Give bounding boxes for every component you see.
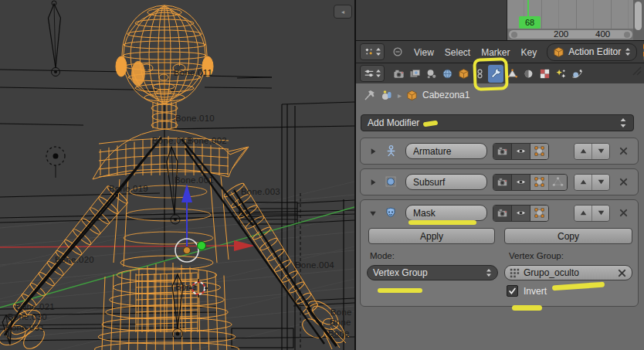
properties-tabs — [391, 65, 585, 83]
timeline-scrollbar-thumb[interactable]: 200400 — [509, 30, 632, 39]
edit-mode-toggle[interactable] — [530, 206, 548, 221]
mode-dropdown[interactable]: Vertex Group — [367, 265, 498, 280]
delete-modifier-button[interactable] — [617, 175, 630, 189]
particles-icon — [555, 68, 567, 80]
bone-label: Bone.013 — [152, 136, 192, 145]
modifier-display-toggles — [493, 205, 549, 222]
current-frame-badge: 68 — [519, 16, 541, 29]
viewport-visibility-toggle[interactable] — [512, 175, 530, 190]
delete-modifier-button[interactable] — [617, 144, 630, 158]
viewport-visibility-toggle[interactable] — [512, 206, 530, 221]
add-modifier-dropdown[interactable]: Add Modifier — [361, 114, 634, 131]
edit-cage-toggle[interactable] — [548, 175, 567, 190]
tab-object[interactable] — [456, 65, 471, 83]
move-up-button[interactable] — [575, 206, 592, 221]
move-down-button[interactable] — [592, 144, 609, 159]
tab-physics[interactable] — [569, 65, 585, 83]
tab-modifiers[interactable] — [488, 65, 503, 83]
action-cube-icon — [553, 46, 564, 58]
bone-label: Bone.011 — [174, 68, 212, 77]
modifier-display-toggles — [493, 174, 568, 191]
move-up-button[interactable] — [575, 144, 592, 159]
chevron-updown-icon — [619, 117, 627, 128]
timeline-vscrollbar-thumb[interactable] — [635, 2, 642, 30]
editor-type-selector-properties[interactable] — [360, 65, 385, 82]
pin-icon[interactable] — [364, 89, 376, 101]
expand-icon[interactable] — [367, 178, 379, 187]
tab-scene[interactable] — [423, 65, 439, 83]
menu-select[interactable]: Select — [445, 47, 470, 58]
modifier-panel-armature: Armature — [360, 138, 639, 165]
bone-label: Bone.030 — [8, 312, 47, 321]
delete-modifier-button[interactable] — [617, 206, 630, 219]
resize-grip[interactable] — [631, 65, 643, 77]
apply-button[interactable]: Apply — [368, 228, 495, 244]
ruler-label: 400 — [595, 29, 610, 39]
viewport-visibility-toggle[interactable] — [512, 144, 530, 159]
breadcrumb: ▸ Cabezona1 — [364, 89, 469, 101]
menu-marker[interactable]: Marker — [481, 47, 510, 58]
3d-viewport[interactable]: Bone.011Bone.010Bone.013Bone.002Bone.001… — [0, 0, 354, 350]
timeline-gridline — [558, 0, 559, 29]
bone-label: Bone — [330, 318, 351, 327]
editor-mode-dropdown[interactable]: Action Editor — [547, 43, 637, 61]
copy-button[interactable]: Copy — [504, 228, 632, 244]
tab-render[interactable] — [391, 65, 406, 83]
bone-label: Bone — [175, 282, 197, 291]
vertex-group-field[interactable]: Grupo_oculto — [504, 265, 632, 280]
vertex-group-value: Grupo_oculto — [524, 267, 579, 278]
tab-constraints[interactable] — [472, 65, 487, 83]
modifier-panel-mask: Mask Apply Copy Mode: Vertex — [360, 199, 639, 307]
timeline-gridline — [541, 0, 542, 29]
timeline-gridline — [611, 0, 612, 29]
timeline-vscrollbar[interactable] — [633, 0, 644, 40]
invert-checkbox[interactable] — [507, 285, 518, 297]
move-up-button[interactable] — [575, 175, 592, 190]
modifier-name-field[interactable]: Subsurf — [405, 174, 487, 190]
move-down-button[interactable] — [592, 206, 609, 221]
mode-value: Vertex Group — [373, 267, 428, 278]
tab-render-layers[interactable] — [407, 65, 422, 83]
collapse-menus-icon[interactable] — [392, 46, 403, 57]
annotation-line-mode — [378, 288, 422, 293]
render-toggle[interactable] — [493, 144, 512, 159]
edit-mode-toggle[interactable] — [530, 144, 548, 159]
tab-world[interactable] — [439, 65, 455, 83]
tab-material[interactable] — [520, 65, 536, 83]
timeline-grid[interactable]: 68 — [507, 0, 634, 29]
action-editor-header: ViewSelectMarkerKey Action Editor — [356, 41, 644, 63]
breadcrumb-arrow-icon: ▸ — [398, 91, 402, 100]
bone-label: Bone — [328, 328, 350, 338]
edit-mode-toggle[interactable] — [530, 175, 548, 190]
blender-window: Bone.011Bone.010Bone.013Bone.002Bone.001… — [0, 0, 644, 350]
editor-type-selector[interactable] — [360, 43, 385, 60]
viewport-panel-toggle[interactable]: ◂ — [334, 5, 352, 19]
annotation-line-invert-right — [552, 282, 605, 291]
timeline-scrollbar[interactable]: 200400 — [507, 29, 634, 40]
bone-label: Bone.003 — [241, 187, 280, 196]
modifiers-icon — [490, 67, 502, 80]
expand-icon[interactable] — [367, 147, 379, 156]
tab-particles[interactable] — [553, 65, 568, 83]
tab-texture[interactable] — [537, 65, 552, 83]
modifier-reorder — [574, 143, 610, 160]
bone-label: Bone.001 — [175, 175, 214, 185]
invert-label: Invert — [524, 286, 547, 297]
clear-icon[interactable] — [617, 268, 627, 278]
tab-object-data[interactable] — [504, 65, 520, 83]
move-down-button[interactable] — [592, 175, 609, 190]
dope-sheet-timeline[interactable]: 68 200400 — [356, 0, 644, 41]
vertex-group-icon — [510, 268, 520, 278]
bone-label: Bone — [330, 308, 352, 317]
chevron-updown-icon — [375, 69, 381, 78]
render-toggle[interactable] — [493, 206, 512, 221]
modifier-name-field[interactable]: Armature — [405, 143, 487, 159]
collapse-icon[interactable] — [367, 209, 379, 218]
render-toggle[interactable] — [493, 175, 512, 190]
chevron-updown-icon — [486, 268, 492, 277]
menu-key[interactable]: Key — [521, 47, 537, 58]
scene-icon — [425, 68, 437, 80]
object-context-icon[interactable] — [381, 89, 393, 101]
menu-view[interactable]: View — [414, 47, 434, 58]
modifier-name-field[interactable]: Mask — [405, 205, 487, 221]
